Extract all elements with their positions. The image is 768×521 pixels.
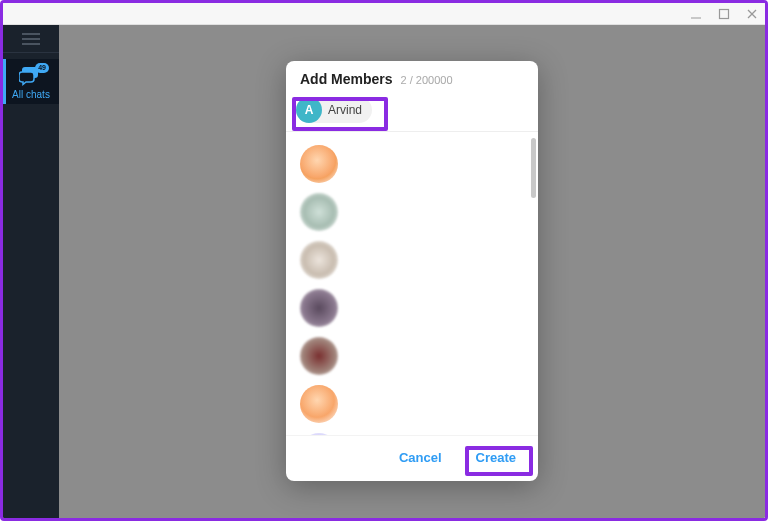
avatar: A bbox=[296, 97, 322, 123]
contact-list[interactable] bbox=[286, 132, 538, 435]
avatar bbox=[300, 193, 338, 231]
list-item[interactable] bbox=[300, 380, 538, 428]
avatar bbox=[300, 289, 338, 327]
minimize-icon[interactable] bbox=[689, 7, 703, 21]
member-chip-name: Arvind bbox=[328, 103, 362, 117]
cancel-button[interactable]: Cancel bbox=[387, 444, 454, 471]
sidebar: 49 All chats bbox=[3, 25, 59, 518]
dialog-footer: Cancel Create bbox=[286, 435, 538, 481]
selected-members-row[interactable]: A Arvind bbox=[286, 91, 538, 132]
avatar bbox=[300, 433, 338, 435]
dialog-title: Add Members bbox=[300, 71, 393, 87]
titlebar bbox=[3, 3, 765, 25]
member-chip-arvind[interactable]: A Arvind bbox=[296, 97, 372, 123]
sidebar-tab-label: All chats bbox=[12, 89, 50, 100]
unread-badge: 49 bbox=[35, 63, 49, 73]
list-item[interactable] bbox=[300, 188, 538, 236]
maximize-icon[interactable] bbox=[717, 7, 731, 21]
list-item[interactable] bbox=[300, 236, 538, 284]
avatar bbox=[300, 337, 338, 375]
list-item[interactable] bbox=[300, 332, 538, 380]
list-item[interactable] bbox=[300, 284, 538, 332]
avatar bbox=[300, 385, 338, 423]
app-body: 49 All chats Add Members 2 / 200000 bbox=[3, 25, 765, 518]
add-members-dialog: Add Members 2 / 200000 A Arvind bbox=[286, 61, 538, 481]
create-button[interactable]: Create bbox=[464, 444, 528, 471]
avatar bbox=[300, 241, 338, 279]
dialog-header: Add Members 2 / 200000 bbox=[286, 61, 538, 91]
scrollbar-thumb[interactable] bbox=[531, 138, 536, 198]
close-icon[interactable] bbox=[745, 7, 759, 21]
sidebar-tab-all-chats[interactable]: 49 All chats bbox=[3, 59, 59, 104]
svg-rect-1 bbox=[720, 9, 729, 18]
list-item[interactable] bbox=[300, 428, 538, 435]
dialog-member-count: 2 / 200000 bbox=[401, 74, 453, 86]
hamburger-menu-button[interactable] bbox=[3, 25, 59, 53]
app-window: 49 All chats Add Members 2 / 200000 bbox=[0, 0, 768, 521]
avatar bbox=[300, 145, 338, 183]
list-item[interactable] bbox=[300, 140, 538, 188]
modal-overlay[interactable]: Add Members 2 / 200000 A Arvind bbox=[59, 25, 765, 518]
